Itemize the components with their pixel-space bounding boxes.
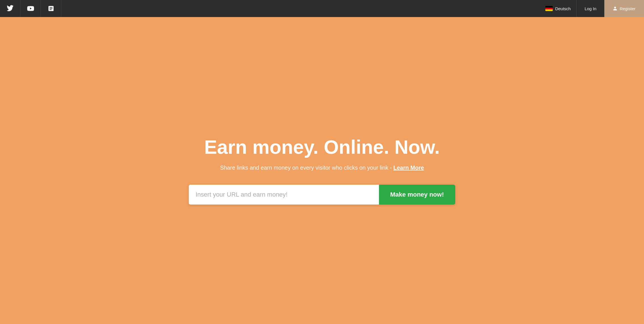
news-nav-button[interactable] xyxy=(41,0,61,17)
url-form: Make money now! xyxy=(189,185,455,205)
hero-title: Earn money. Online. Now. xyxy=(204,136,440,158)
register-button[interactable]: Register xyxy=(604,0,644,17)
navbar: Deutsch Log In Register xyxy=(0,0,644,17)
login-button[interactable]: Log In xyxy=(576,0,604,17)
youtube-icon xyxy=(27,5,34,12)
language-label: Deutsch xyxy=(555,6,571,11)
language-selector[interactable]: Deutsch xyxy=(540,6,576,11)
login-label: Log In xyxy=(584,6,596,11)
navbar-left xyxy=(0,0,61,17)
news-icon xyxy=(48,5,54,12)
hero-subtitle-text: Share links and earn money on every visi… xyxy=(220,165,393,171)
user-icon xyxy=(613,6,617,11)
url-input[interactable] xyxy=(189,185,379,205)
twitter-nav-button[interactable] xyxy=(0,0,20,17)
hero-subtitle: Share links and earn money on every visi… xyxy=(220,165,424,171)
submit-button[interactable]: Make money now! xyxy=(379,185,455,205)
twitter-icon xyxy=(7,5,14,12)
youtube-nav-button[interactable] xyxy=(20,0,41,17)
hero-section: Earn money. Online. Now. Share links and… xyxy=(0,17,644,324)
navbar-right: Deutsch Log In Register xyxy=(540,0,644,17)
learn-more-link[interactable]: Learn More xyxy=(393,165,424,171)
german-flag-icon xyxy=(545,6,553,11)
register-label: Register xyxy=(620,6,635,11)
